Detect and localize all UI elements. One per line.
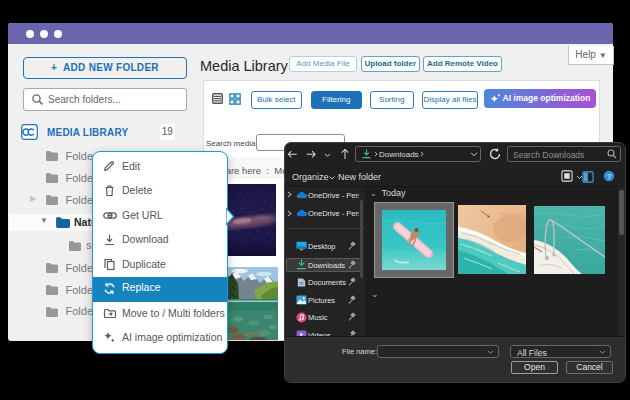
svg-text:?: ? <box>607 172 612 181</box>
